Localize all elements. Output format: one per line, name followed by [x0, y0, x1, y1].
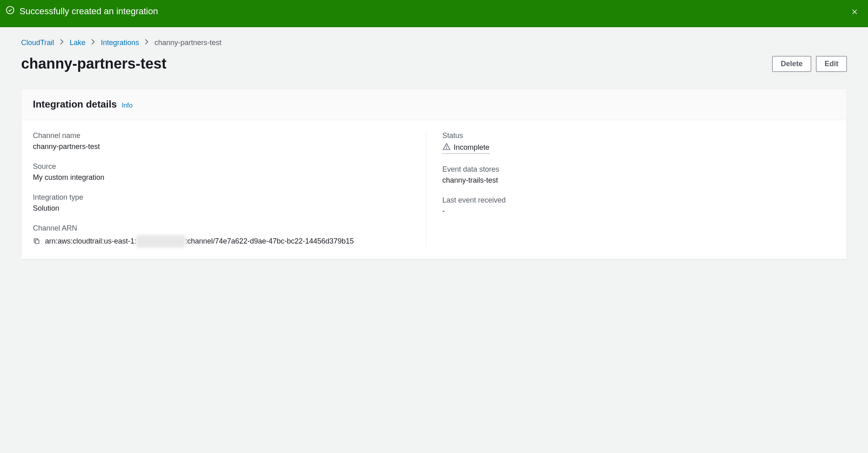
- svg-point-0: [6, 6, 14, 14]
- breadcrumb: CloudTrail Lake Integrations channy-part…: [21, 39, 847, 47]
- page-title: channy-partners-test: [21, 55, 166, 72]
- details-right-column: Status Incomplete Event data stores: [426, 132, 836, 248]
- copy-icon[interactable]: [33, 235, 40, 248]
- channel-name-value: channy-partners-test: [33, 142, 410, 151]
- integration-type-value: Solution: [33, 204, 410, 213]
- status-label: Status: [443, 132, 819, 140]
- arn-prefix: arn:aws:cloudtrail:us-east-1:: [45, 237, 136, 245]
- svg-rect-1: [35, 240, 39, 244]
- breadcrumb-lake[interactable]: Lake: [69, 39, 85, 47]
- chevron-right-icon: [91, 39, 95, 47]
- channel-arn-value: arn:aws:cloudtrail:us-east-1:29403037233…: [33, 235, 410, 248]
- event-data-stores-label: Event data stores: [443, 165, 819, 174]
- source-value: My custom integration: [33, 173, 410, 182]
- panel-title: Integration details: [33, 99, 117, 110]
- arn-suffix: :channel/74e7a622-d9ae-47bc-bc22-14456d3…: [185, 237, 354, 245]
- status-badge: Incomplete: [443, 142, 490, 154]
- success-check-icon: [6, 6, 15, 16]
- info-link[interactable]: Info: [122, 102, 133, 109]
- flash-message: Successfully created an integration: [19, 6, 844, 17]
- source-label: Source: [33, 162, 410, 171]
- chevron-right-icon: [145, 39, 149, 47]
- warning-triangle-icon: [443, 142, 451, 153]
- panel-header: Integration details Info: [22, 89, 846, 120]
- channel-arn-label: Channel ARN: [33, 224, 410, 233]
- channel-name-label: Channel name: [33, 132, 410, 140]
- svg-point-3: [446, 149, 447, 149]
- breadcrumb-integrations[interactable]: Integrations: [101, 39, 139, 47]
- breadcrumb-current: channy-partners-test: [154, 39, 221, 47]
- details-left-column: Channel name channy-partners-test Source…: [33, 132, 426, 248]
- integration-details-panel: Integration details Info Channel name ch…: [21, 88, 847, 259]
- integration-type-label: Integration type: [33, 193, 410, 202]
- edit-button[interactable]: Edit: [816, 56, 847, 72]
- status-value: Incomplete: [454, 143, 490, 152]
- last-event-received-label: Last event received: [443, 196, 819, 205]
- page-header: channy-partners-test Delete Edit: [21, 55, 847, 72]
- breadcrumb-cloudtrail[interactable]: CloudTrail: [21, 39, 54, 47]
- event-data-stores-value: channy-trails-test: [443, 176, 819, 185]
- close-icon[interactable]: [849, 6, 860, 18]
- chevron-right-icon: [60, 39, 64, 47]
- arn-redacted: 294030372333: [136, 235, 185, 248]
- delete-button[interactable]: Delete: [772, 56, 811, 72]
- success-flash: Successfully created an integration: [0, 0, 868, 27]
- last-event-received-value: -: [443, 207, 819, 216]
- header-actions: Delete Edit: [772, 56, 847, 72]
